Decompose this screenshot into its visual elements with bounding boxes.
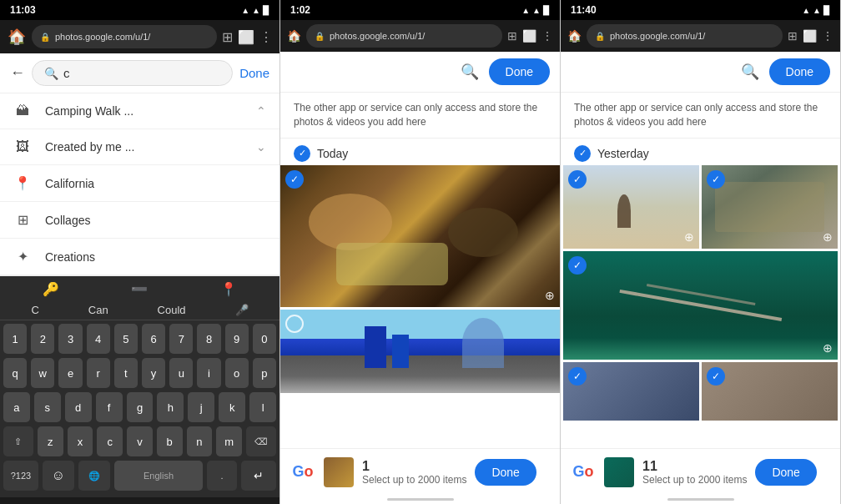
key-7[interactable]: 7 [169, 324, 193, 354]
more-icon[interactable]: ⋮ [259, 29, 273, 45]
back-button-1[interactable]: 🏠 [7, 28, 27, 46]
back-arrow-1[interactable]: ← [10, 64, 25, 82]
key-f[interactable]: f [96, 392, 123, 422]
city-photo[interactable] [280, 310, 560, 393]
key-i[interactable]: i [197, 358, 220, 388]
translate-icon-3[interactable]: ⊞ [788, 29, 798, 43]
more-icon-2[interactable]: ⋮ [541, 29, 553, 43]
url-input-2[interactable]: 🔒 photos.google.com/u/1/ [306, 24, 502, 48]
key-n[interactable]: n [187, 426, 213, 456]
footer-done-btn-2[interactable]: Done [475, 459, 536, 486]
translate-icon-2[interactable]: ⊞ [507, 29, 517, 43]
done-button-3[interactable]: Done [769, 58, 830, 85]
key-t[interactable]: t [114, 358, 138, 388]
key-e[interactable]: e [58, 358, 82, 388]
tab-icon-2[interactable]: ⬜ [522, 29, 536, 43]
suggestion-created[interactable]: 🖼 Created by me ... ⌄ [0, 129, 279, 165]
key-j[interactable]: j [188, 392, 214, 422]
zoom-pier[interactable]: ⊕ [823, 341, 833, 355]
key-backspace[interactable]: ⌫ [246, 426, 276, 456]
key-m[interactable]: m [216, 426, 242, 456]
key-6[interactable]: 6 [142, 324, 165, 354]
suggestion-camping[interactable]: 🏔 Camping Walk ... ⌃ [0, 93, 279, 129]
url-input-3[interactable]: 🔒 photos.google.com/u/1/ [587, 24, 783, 48]
done-button-1[interactable]: Done [239, 66, 269, 80]
zoom-beach[interactable]: ⊕ [684, 230, 694, 244]
key-9[interactable]: 9 [225, 324, 249, 354]
key-z[interactable]: z [38, 426, 63, 456]
check-pier[interactable]: ✓ [568, 256, 587, 275]
tab-icon[interactable]: ⬜ [238, 29, 254, 45]
key-b[interactable]: b [157, 426, 183, 456]
key-icon-pin[interactable]: 📍 [220, 281, 237, 297]
key-y[interactable]: y [142, 358, 165, 388]
ocean-pier-photo[interactable]: ✓ ⊕ [563, 251, 838, 360]
suggestion-creations[interactable]: ✦ Creations [0, 239, 279, 275]
key-icon-dash[interactable]: ➖ [131, 281, 148, 297]
suggest-can[interactable]: Can [88, 304, 108, 316]
key-w[interactable]: w [31, 358, 54, 388]
suggest-c[interactable]: C [31, 304, 38, 316]
key-4[interactable]: 4 [87, 324, 110, 354]
check-partial2[interactable]: ✓ [707, 367, 725, 386]
rocks-photo[interactable]: ✓ ⊕ [702, 165, 838, 249]
footer-done-btn-3[interactable]: Done [755, 459, 816, 486]
search-icon-btn-2[interactable]: 🔍 [461, 63, 479, 81]
key-r[interactable]: r [87, 358, 110, 388]
key-0[interactable]: 0 [253, 324, 276, 354]
search-box-1[interactable]: 🔍 c [32, 60, 233, 86]
tab-icon-3[interactable]: ⬜ [803, 29, 817, 43]
key-l[interactable]: l [249, 392, 276, 422]
beach-photo[interactable]: ✓ ⊕ [563, 165, 699, 249]
key-h[interactable]: h [157, 392, 184, 422]
food-photo[interactable]: ✓ ⊕ [280, 165, 560, 307]
more-icon-3[interactable]: ⋮ [822, 29, 833, 43]
key-g[interactable]: g [127, 392, 154, 422]
zoom-food[interactable]: ⊕ [545, 289, 555, 302]
url-input-1[interactable]: 🔒 photos.google.com/u/1/ [32, 25, 217, 48]
key-period[interactable]: . [207, 461, 237, 491]
suggest-could[interactable]: Could [158, 304, 186, 316]
key-emoji[interactable]: ☺ [43, 461, 74, 491]
partial-photo-2[interactable]: ✓ [702, 362, 838, 421]
key-1[interactable]: 1 [3, 324, 27, 354]
key-globe[interactable]: 🌐 [78, 461, 110, 491]
key-v[interactable]: v [127, 426, 153, 456]
key-x[interactable]: x [68, 426, 93, 456]
key-5[interactable]: 5 [114, 324, 138, 354]
key-k[interactable]: k [219, 392, 245, 422]
section-check-yesterday[interactable]: ✓ [574, 145, 591, 162]
search-input-1[interactable]: c [63, 66, 220, 80]
key-icon-key[interactable]: 🔑 [43, 281, 59, 297]
key-shift[interactable]: ⇧ [3, 426, 33, 456]
key-space[interactable]: English [114, 461, 203, 491]
key-123[interactable]: ?123 [3, 461, 38, 491]
check-beach[interactable]: ✓ [568, 170, 587, 189]
home-icon-3[interactable]: 🏠 [567, 29, 582, 43]
partial-photo-1[interactable]: ✓ [563, 362, 699, 421]
key-s[interactable]: s [34, 392, 61, 422]
check-food[interactable]: ✓ [285, 170, 304, 189]
circle-city[interactable] [285, 315, 304, 333]
key-d[interactable]: d [65, 392, 92, 422]
key-o[interactable]: o [225, 358, 249, 388]
check-partial1[interactable]: ✓ [568, 367, 587, 386]
key-q[interactable]: q [3, 358, 27, 388]
check-rocks[interactable]: ✓ [707, 170, 725, 189]
home-icon-2[interactable]: 🏠 [287, 29, 301, 43]
key-2[interactable]: 2 [31, 324, 54, 354]
key-c[interactable]: c [97, 426, 123, 456]
mic-icon[interactable]: 🎤 [235, 304, 249, 316]
key-3[interactable]: 3 [58, 324, 82, 354]
translate-icon[interactable]: ⊞ [222, 29, 233, 45]
suggestion-california[interactable]: 📍 California [0, 165, 279, 202]
key-p[interactable]: p [253, 358, 276, 388]
key-8[interactable]: 8 [197, 324, 220, 354]
zoom-rocks[interactable]: ⊕ [823, 230, 833, 244]
key-u[interactable]: u [169, 358, 193, 388]
key-a[interactable]: a [3, 392, 30, 422]
key-enter[interactable]: ↵ [241, 461, 276, 491]
done-button-2[interactable]: Done [489, 58, 550, 85]
search-icon-btn-3[interactable]: 🔍 [741, 63, 759, 81]
section-check-today[interactable]: ✓ [294, 145, 310, 162]
